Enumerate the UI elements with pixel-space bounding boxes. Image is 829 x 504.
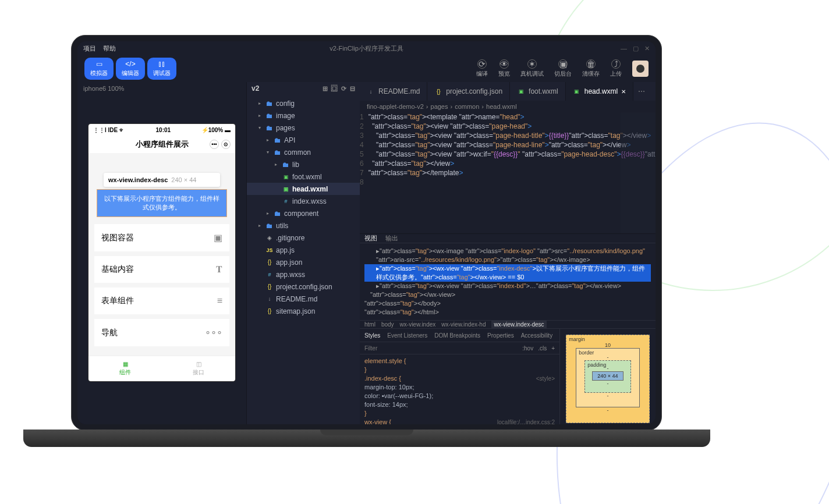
titlebar: 项目 帮助 v2-FinClip小程序开发工具 — ▢ ✕ bbox=[77, 41, 656, 55]
device-frame: ⋮⋮l IDE ᯤ 10:01 ⚡100% ▬ 小程序组件展示 ••• ⊙ bbox=[88, 124, 235, 381]
refresh-icon[interactable]: ⟳ bbox=[341, 85, 346, 93]
add-rule-icon[interactable]: + bbox=[551, 345, 555, 352]
window-close-icon[interactable]: ✕ bbox=[644, 45, 650, 52]
laptop-frame: 项目 帮助 v2-FinClip小程序开发工具 — ▢ ✕ ▭模拟器 </>编辑… bbox=[71, 35, 758, 447]
compile-icon: ⟳ bbox=[477, 59, 487, 69]
tree-root[interactable]: v2 bbox=[251, 84, 259, 93]
tree-item[interactable]: ▸🖿 component bbox=[247, 207, 360, 219]
tree-item[interactable]: ▸🖿 config bbox=[247, 97, 360, 109]
collapse-icon[interactable]: ⊟ bbox=[350, 85, 355, 93]
compile-button[interactable]: ⟳编译 bbox=[476, 59, 488, 78]
trash-icon: 🗑 bbox=[586, 59, 596, 69]
device-debug-button[interactable]: ✶真机调试 bbox=[520, 59, 544, 78]
devtools-tab-output[interactable]: 输出 bbox=[385, 234, 398, 243]
window-min-icon[interactable]: — bbox=[621, 45, 627, 52]
devtools: 视图 输出 ▸"attr">class="tag"><wx-image "att… bbox=[360, 233, 656, 424]
list-item[interactable]: 视图容器▣ bbox=[94, 224, 229, 251]
css-rules[interactable]: element.style { } .index-desc {<style> m… bbox=[360, 354, 559, 424]
tree-item[interactable]: ▾🖿 pages bbox=[247, 122, 360, 134]
inspect-tooltip: wx-view.index-desc240 × 44 bbox=[104, 173, 220, 187]
list-item[interactable]: 基础内容𝐓 bbox=[94, 256, 229, 283]
dom-tree[interactable]: ▸"attr">class="tag"><wx-image "attr">cla… bbox=[360, 243, 656, 320]
tree-item[interactable]: {} sitemap.json bbox=[247, 305, 360, 317]
new-folder-icon[interactable]: ⿴ bbox=[331, 85, 338, 93]
tab-component[interactable]: ▦组件 bbox=[88, 356, 162, 381]
tab-listeners[interactable]: Event Listeners bbox=[387, 332, 427, 339]
dom-crumb-item[interactable]: wx-view.index bbox=[400, 321, 436, 328]
upload-button[interactable]: ⤴上传 bbox=[610, 59, 622, 78]
tabs-more-icon[interactable]: ⋯ bbox=[633, 82, 650, 101]
inspect-highlight: 以下将展示小程序官方组件能力，组件样式仅供参考。 bbox=[97, 189, 227, 217]
tree-item[interactable]: ◈ .gitignore bbox=[247, 232, 360, 244]
tree-item[interactable]: JS app.js bbox=[247, 244, 360, 256]
tree-item[interactable]: {} app.json bbox=[247, 256, 360, 268]
simulator-panel: iphone6 100% ⋮⋮l IDE ᯤ 10:01 ⚡100% ▬ 小程序… bbox=[77, 82, 246, 424]
background-button[interactable]: ▣切后台 bbox=[554, 59, 572, 78]
tree-item[interactable]: ▣ foot.wxml bbox=[247, 171, 360, 183]
editor-tab[interactable]: ▣head.wxml✕ bbox=[566, 82, 633, 101]
capsule-more-icon[interactable]: ••• bbox=[210, 140, 219, 149]
tree-item[interactable]: ▸🖿 lib bbox=[247, 158, 360, 171]
editor-tabs: ↓README.md{}project.config.json▣foot.wxm… bbox=[360, 82, 656, 101]
dom-crumb-item[interactable]: wx-view.index-hd bbox=[441, 321, 486, 328]
tree-item[interactable]: ▸🖿 utils bbox=[247, 219, 360, 232]
debugger-toggle[interactable]: ⫿⫿调试器 bbox=[147, 58, 176, 80]
editor-tab[interactable]: ↓README.md bbox=[360, 82, 427, 101]
close-icon[interactable]: ✕ bbox=[621, 88, 626, 95]
editor-tab[interactable]: ▣foot.wxml bbox=[510, 82, 566, 101]
background-icon: ▣ bbox=[558, 59, 568, 69]
minimap[interactable] bbox=[621, 112, 656, 233]
clear-cache-button[interactable]: 🗑清缓存 bbox=[582, 59, 600, 78]
statusbar-time: 10:01 bbox=[156, 127, 171, 133]
bug-icon: ✶ bbox=[527, 59, 537, 69]
list-item[interactable]: 导航∘∘∘ bbox=[94, 319, 229, 346]
statusbar-right: ⚡100% ▬ bbox=[201, 127, 231, 133]
capsule-close-icon[interactable]: ⊙ bbox=[221, 140, 231, 149]
tree-item[interactable]: ↓ README.md bbox=[247, 293, 360, 305]
tree-item[interactable]: # index.wxss bbox=[247, 195, 360, 207]
cls-toggle[interactable]: .cls bbox=[538, 345, 547, 352]
window-max-icon[interactable]: ▢ bbox=[633, 45, 639, 52]
tab-properties[interactable]: Properties bbox=[487, 332, 514, 339]
dom-crumb-item[interactable]: body bbox=[381, 321, 394, 328]
page-title: 小程序组件展示 bbox=[136, 139, 189, 150]
tree-item[interactable]: ▸🖿 API bbox=[247, 134, 360, 146]
tab-accessibility[interactable]: Accessibility bbox=[521, 332, 552, 339]
editor-toggle[interactable]: </>编辑器 bbox=[116, 58, 145, 80]
ide-window: 项目 帮助 v2-FinClip小程序开发工具 — ▢ ✕ ▭模拟器 </>编辑… bbox=[77, 41, 656, 424]
tab-breakpoints[interactable]: DOM Breakpoints bbox=[434, 332, 480, 339]
dom-crumb-item[interactable]: html bbox=[364, 321, 375, 328]
api-icon: ◫ bbox=[196, 361, 201, 367]
tab-styles[interactable]: Styles bbox=[364, 332, 380, 339]
crumb[interactable]: fino-applet-demo-v2 bbox=[367, 103, 424, 110]
simulator-toggle[interactable]: ▭模拟器 bbox=[84, 58, 114, 80]
preview-button[interactable]: 👁预览 bbox=[498, 59, 510, 78]
menu-help[interactable]: 帮助 bbox=[103, 44, 116, 53]
crumb[interactable]: pages bbox=[431, 103, 448, 110]
breadcrumb: fino-applet-demo-v2 › pages › common › h… bbox=[360, 101, 656, 112]
eye-icon: 👁 bbox=[499, 59, 509, 69]
toolbar: ▭模拟器 </>编辑器 ⫿⫿调试器 ⟳编译 👁预览 ✶真机调试 ▣切后台 🗑清缓… bbox=[77, 55, 656, 82]
window-title: v2-FinClip小程序开发工具 bbox=[330, 44, 403, 53]
list-item[interactable]: 表单组件≡ bbox=[94, 288, 229, 314]
device-info[interactable]: iphone6 100% bbox=[77, 82, 246, 95]
crumb[interactable]: head.wxml bbox=[486, 103, 517, 110]
new-file-icon[interactable]: ⊞ bbox=[323, 85, 328, 93]
tree-item[interactable]: # app.wxss bbox=[247, 268, 360, 281]
dom-crumb: htmlbodywx-view.indexwx-view.index-hdwx-… bbox=[360, 320, 656, 329]
devtools-tab-view[interactable]: 视图 bbox=[364, 234, 377, 243]
code-area[interactable]: 12345678 "attr">class="tag"><template "a… bbox=[360, 112, 656, 233]
tree-item[interactable]: ▣ head.wxml bbox=[247, 183, 360, 195]
tab-api[interactable]: ◫接口 bbox=[162, 356, 235, 381]
hov-toggle[interactable]: :hov bbox=[522, 345, 533, 352]
crumb[interactable]: common bbox=[455, 103, 479, 110]
tree-item[interactable]: {} project.config.json bbox=[247, 281, 360, 293]
styles-filter-input[interactable] bbox=[364, 345, 518, 352]
dom-crumb-item[interactable]: wx-view.index-desc bbox=[491, 321, 546, 328]
tree-item[interactable]: ▸🖿 image bbox=[247, 109, 360, 122]
box-model: margin 10 border - padding - 240 × 4 bbox=[559, 329, 656, 424]
menu-project[interactable]: 项目 bbox=[83, 44, 96, 53]
tree-item[interactable]: ▾🖿 common bbox=[247, 146, 360, 158]
editor-tab[interactable]: {}project.config.json bbox=[427, 82, 510, 101]
avatar[interactable] bbox=[632, 61, 649, 77]
